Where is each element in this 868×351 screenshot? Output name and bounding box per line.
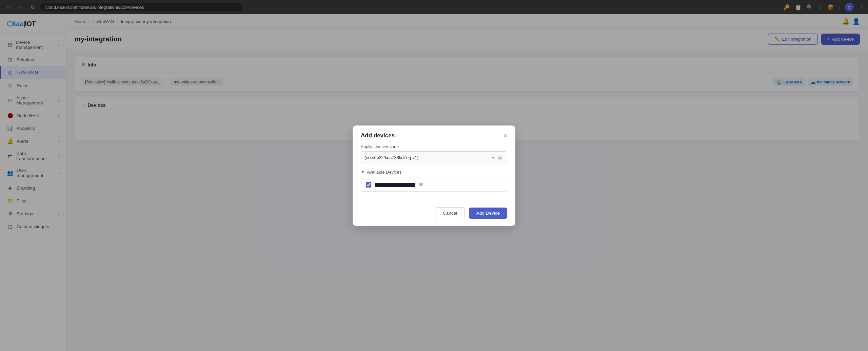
modal-close-button[interactable]: × xyxy=(504,133,507,139)
available-devices-label: Available Devices xyxy=(367,170,401,175)
required-indicator: • xyxy=(398,144,399,149)
device-name-bar xyxy=(375,183,415,187)
modal-body: Application version • (crks6p2l2kqs738kd… xyxy=(353,144,515,202)
app-version-select-wrapper[interactable]: (crks6p2l2kqs738kd7og-v1) ▼ ⧉ xyxy=(361,151,507,164)
device-list-item: 6F xyxy=(361,178,507,191)
chevron-down-icon: ▼ xyxy=(491,156,495,160)
modal-header: Add devices × xyxy=(353,125,515,144)
modal-title: Add devices xyxy=(361,132,395,139)
copy-button[interactable]: ⧉ xyxy=(497,153,504,162)
device-id: 6F xyxy=(419,182,423,187)
modal-overlay[interactable]: Add devices × Application version • (crk… xyxy=(0,0,868,351)
add-devices-modal: Add devices × Application version • (crk… xyxy=(353,125,515,226)
app-version-label: Application version • xyxy=(361,144,507,149)
toggle-arrow-icon: ▼ xyxy=(361,170,365,174)
available-devices-toggle[interactable]: ▼ Available Devices xyxy=(361,170,507,175)
app-version-select[interactable]: (crks6p2l2kqs738kd7og-v1) xyxy=(364,155,491,160)
device-checkbox[interactable] xyxy=(366,182,371,188)
device-list: 6F xyxy=(361,178,507,192)
modal-footer: Cancel Add Device xyxy=(353,202,515,226)
available-devices-section: ▼ Available Devices 6F xyxy=(361,170,507,192)
add-device-button[interactable]: Add Device xyxy=(469,208,507,219)
cancel-button[interactable]: Cancel xyxy=(435,207,465,219)
